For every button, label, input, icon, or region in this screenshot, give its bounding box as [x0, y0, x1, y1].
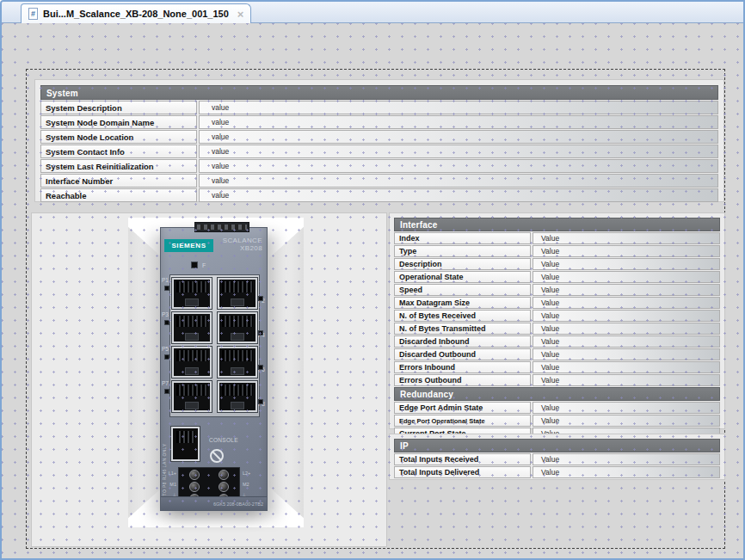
table-row: System Node Domain Name value: [40, 115, 718, 129]
row-label: Operational State: [394, 271, 531, 283]
row-label: N. of Bytes Transmitted: [394, 323, 531, 335]
row-label: System Node Location: [40, 130, 197, 144]
photo-shading-left: [128, 218, 163, 527]
editor-tab[interactable]: # Bui...M_Scalance_XB-208_None_001_150 ×: [21, 3, 251, 23]
model-line-2: XB208: [240, 244, 262, 252]
row-value: Value: [533, 348, 720, 360]
row-value: Value: [533, 297, 720, 309]
port-label: P1: [162, 277, 169, 283]
device-photo: SIEMENS SCALANCE XB208 F: [128, 218, 304, 527]
row-value: value: [199, 130, 718, 144]
port-led: [164, 354, 169, 360]
row-value: Value: [533, 271, 720, 283]
table-row: Type Value: [394, 245, 720, 257]
power-label: L2+: [243, 468, 263, 479]
editor-tab-bar: # Bui...M_Scalance_XB-208_None_001_150 ×: [2, 2, 743, 23]
row-value: value: [199, 188, 718, 202]
row-label: System Last Reinitialization: [40, 159, 197, 173]
system-table: System System Description value System N…: [40, 85, 718, 202]
design-canvas[interactable]: System System Description value System N…: [2, 23, 743, 558]
table-row: Edge Port Admin State Value: [394, 402, 720, 414]
table-row: N. of Bytes Transmitted Value: [394, 323, 720, 335]
row-label: Discarded Outbound: [394, 348, 531, 360]
table-row: Edge Port Operational State Value: [394, 415, 720, 427]
row-label: Total Inputs Delivered: [394, 466, 531, 478]
rj45-port: [218, 381, 257, 412]
row-label: Interface Number: [40, 174, 197, 188]
row-label: Discarded Inbound: [394, 335, 531, 348]
tab-title: Bui...M_Scalance_XB-208_None_001_150: [43, 9, 229, 19]
table-row: Reachable value: [40, 188, 718, 202]
device-model-label: SCALANCE XB208: [223, 237, 262, 252]
port-led: [164, 286, 169, 291]
rj45-port: [172, 381, 212, 412]
table-row: Max Datagram Size Value: [394, 297, 720, 309]
row-value: Value: [533, 258, 720, 270]
ip-panel[interactable]: IP Total Inputs Received Value Total Inp…: [389, 434, 725, 480]
table-row: Discarded Inbound Value: [394, 335, 720, 348]
power-connector-top: [194, 222, 249, 232]
fault-led-label: F: [202, 262, 206, 269]
table-row: Speed Value: [394, 284, 720, 296]
device-image-panel[interactable]: SIEMENS SCALANCE XB208 F: [31, 212, 387, 547]
siemens-logo: SIEMENS: [164, 239, 213, 252]
rj45-port: [172, 278, 212, 309]
row-value: Value: [533, 323, 720, 335]
system-panel[interactable]: System System Description value System N…: [34, 79, 724, 202]
row-value: Value: [533, 466, 720, 478]
prohibition-icon: [210, 449, 224, 463]
rj45-port: [218, 312, 257, 343]
terminal-screw: [219, 470, 229, 480]
row-value: value: [199, 101, 718, 114]
row-label: Index: [394, 232, 531, 244]
table-row: Index Value: [394, 232, 720, 244]
row-label: Edge Port Operational State: [394, 415, 531, 427]
port-label: P5: [162, 346, 169, 352]
rj45-port: [218, 347, 257, 378]
row-value: Value: [533, 245, 720, 257]
table-row: System Last Reinitialization value: [40, 159, 718, 173]
table-row: Errors Inbound Value: [394, 361, 720, 373]
faceplate-document-icon: #: [28, 8, 38, 20]
ip-table: IP Total Inputs Received Value Total Inp…: [394, 439, 720, 478]
ip-table-header: IP: [394, 439, 720, 452]
port-led: [258, 296, 263, 301]
row-value: Value: [533, 453, 720, 465]
interface-table-header: Interface: [394, 218, 720, 231]
table-row: N. of Bytes Received Value: [394, 310, 720, 322]
port-led: [164, 389, 169, 394]
redundancy-table-header: Redundancy: [394, 387, 720, 401]
row-value: value: [199, 145, 718, 158]
row-label: System Description: [40, 101, 197, 114]
scalance-switch-device: SIEMENS SCALANCE XB208 F: [160, 227, 268, 511]
interface-panel[interactable]: Interface Index Value Type Value: [389, 212, 725, 429]
row-value: Value: [533, 374, 720, 386]
table-row: Total Inputs Received Value: [394, 453, 720, 465]
port-label: P7: [162, 380, 169, 386]
redundancy-table: Redundancy Edge Port Admin State Value E…: [394, 387, 720, 440]
table-row: System Contact Info value: [40, 145, 718, 158]
table-row: Operational State Value: [394, 271, 720, 283]
row-value: Value: [533, 284, 720, 296]
terminal-screw: [189, 470, 200, 480]
row-value: Value: [533, 402, 720, 414]
row-value: value: [199, 159, 718, 173]
table-row: Interface Number value: [40, 174, 718, 188]
row-label: System Contact Info: [40, 145, 197, 158]
close-icon[interactable]: ×: [237, 9, 244, 20]
row-value: value: [199, 174, 718, 188]
console-port: [171, 427, 200, 461]
rj45-port: [172, 347, 212, 378]
table-row: Discarded Outbound Value: [394, 348, 720, 360]
port-led: [258, 365, 263, 370]
row-label: N. of Bytes Received: [394, 310, 531, 322]
rj45-port: [218, 278, 257, 309]
power-label: M2: [243, 479, 263, 490]
system-table-header: System: [40, 85, 718, 100]
row-value: Value: [533, 361, 720, 373]
row-label: System Node Domain Name: [40, 115, 197, 129]
row-value: value: [199, 115, 718, 129]
fault-led: [191, 262, 198, 268]
row-value: Value: [533, 415, 720, 427]
row-label: Edge Port Admin State: [394, 402, 531, 414]
